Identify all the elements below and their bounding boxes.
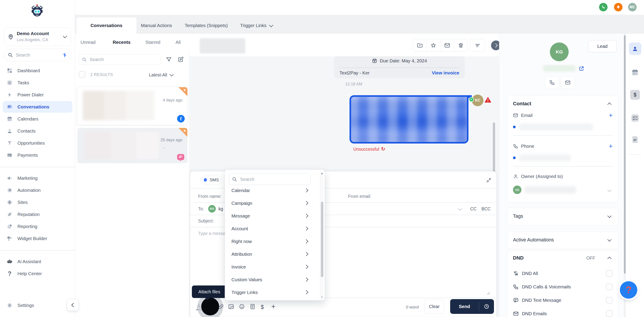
tab-trigger-links[interactable]: Trigger Links [240, 18, 272, 34]
link-icon[interactable] [218, 304, 224, 310]
sidebar-item-dashboard[interactable]: Dashboard [3, 65, 72, 76]
more-tools-icon[interactable]: + [271, 302, 276, 311]
email-contact-button[interactable] [560, 76, 575, 89]
dropdown-item-campaign[interactable]: Campaign [225, 197, 319, 210]
sidebar-item-payments[interactable]: Payments [3, 149, 72, 161]
subtab-unread[interactable]: Unread [80, 34, 96, 51]
recipient-chip[interactable]: kg [218, 206, 223, 212]
sidebar-item-settings[interactable]: Settings [3, 300, 61, 311]
dropdown-item-account[interactable]: Account [225, 222, 319, 235]
resize-handle-icon[interactable] [486, 291, 490, 295]
channel-tab-sms[interactable]: SMS [201, 175, 221, 185]
collapse-section-icon[interactable] [607, 102, 611, 106]
error-warning-icon[interactable] [484, 96, 492, 104]
sort-selector[interactable]: Latest-All [149, 71, 173, 79]
scrollbar-thumb[interactable] [321, 202, 323, 277]
mark-unread-button[interactable] [440, 39, 454, 52]
dropdown-item-right-now[interactable]: Right now [225, 235, 319, 248]
sidebar-collapse-button[interactable] [67, 299, 79, 311]
clear-button[interactable]: Clear [424, 299, 444, 314]
filter-button[interactable] [470, 39, 485, 52]
call-contact-button[interactable] [545, 76, 559, 89]
sidebar-item-conversations[interactable]: Conversations [3, 101, 72, 113]
message-status[interactable]: Unsuccessful ↻ [353, 146, 385, 152]
to-chevron-down-icon[interactable] [458, 206, 462, 210]
add-phone-button[interactable]: + [609, 143, 613, 150]
scrollbar-thumb[interactable] [624, 35, 626, 274]
tab-templates-snippets[interactable]: Templates (Snippets) [185, 18, 228, 34]
sidebar-item-calendars[interactable]: Calendars [3, 113, 72, 125]
dnd-calls-checkbox[interactable] [606, 284, 613, 290]
folder-button[interactable] [413, 39, 427, 52]
dropdown-item-custom-values[interactable]: Custom Values [225, 273, 319, 286]
help-button[interactable]: ? [620, 281, 637, 299]
image-icon[interactable] [228, 304, 234, 310]
subtab-recents[interactable]: Recents [113, 34, 130, 51]
dropdown-item-invoice[interactable]: Invoice [225, 260, 319, 273]
send-button[interactable]: Send [450, 299, 494, 314]
select-all-checkbox[interactable] [79, 71, 86, 78]
scroll-up-arrow-icon[interactable]: ▲ [320, 172, 324, 174]
dnd-text-checkbox[interactable] [606, 297, 613, 304]
ai-bolt-icon[interactable] [62, 52, 68, 58]
notifications-button[interactable] [614, 3, 622, 12]
tab-manual-actions[interactable]: Manual Actions [141, 18, 172, 34]
delete-button[interactable] [454, 39, 468, 52]
sidebar-item-opportunities[interactable]: Opportunities [3, 137, 72, 149]
tags-card[interactable]: Tags [507, 208, 619, 225]
sidebar-search[interactable] [4, 49, 71, 61]
strip-tab-appointments[interactable] [629, 66, 641, 79]
chat-scrollbar[interactable] [493, 122, 495, 172]
dnd-all-checkbox[interactable] [606, 270, 613, 277]
user-avatar[interactable]: MC [628, 3, 636, 12]
dropdown-search-input[interactable] [240, 176, 308, 182]
strip-tab-tasks[interactable] [630, 113, 640, 123]
view-invoice-link[interactable]: View invoice [432, 70, 459, 76]
list-filter-icon[interactable] [166, 56, 172, 62]
subtab-starred[interactable]: Starred [145, 34, 160, 51]
add-email-button[interactable]: + [609, 112, 613, 119]
owner-select[interactable]: CS [513, 184, 613, 196]
contact-panel-scrollbar[interactable] [624, 34, 626, 317]
dropdown-item-attribution[interactable]: Attribution [225, 248, 319, 260]
dropdown-item-trigger-links[interactable]: Trigger Links [225, 286, 319, 299]
cc-button[interactable]: CC [470, 206, 476, 212]
sidebar-item-contacts[interactable]: Contacts [3, 125, 72, 137]
schedule-send-button[interactable] [479, 304, 494, 310]
lead-type-button[interactable]: Lead [588, 40, 616, 52]
sidebar-item-widget-builder[interactable]: Widget Builder [3, 233, 72, 244]
bcc-button[interactable]: BCC [482, 206, 490, 212]
sidebar-item-tasks[interactable]: Tasks [3, 77, 72, 88]
dropdown-item-message[interactable]: Message [225, 210, 319, 222]
call-status-button[interactable] [599, 3, 608, 12]
sidebar-item-automation[interactable]: Automation [3, 184, 72, 196]
sidebar-item-reputation[interactable]: Reputation [3, 208, 72, 220]
strip-tab-contact[interactable] [629, 42, 641, 55]
conversation-card[interactable]: ★ 25 days ago .. [77, 128, 188, 163]
open-contact-icon[interactable] [578, 66, 584, 72]
list-search[interactable] [79, 54, 161, 65]
dnd-emails-checkbox[interactable] [606, 310, 613, 317]
list-search-input[interactable] [89, 57, 158, 62]
minimize-composer-icon[interactable] [486, 177, 492, 183]
compose-icon[interactable] [178, 56, 184, 62]
dropdown-search[interactable] [229, 174, 310, 185]
emoji-icon[interactable] [239, 304, 245, 310]
star-button[interactable] [427, 39, 440, 52]
subtab-all[interactable]: All [176, 34, 181, 51]
active-automations-card[interactable]: Active Automations [507, 232, 619, 249]
sidebar-item-sites[interactable]: Sites [3, 196, 72, 208]
sidebar-item-reporting[interactable]: Reporting [3, 221, 72, 232]
sidebar-search-input[interactable] [16, 52, 60, 58]
sidebar-item-ai-assistant[interactable]: Ai Assistant [3, 256, 72, 267]
strip-tab-payments[interactable]: $ [630, 90, 640, 100]
sidebar-item-marketing[interactable]: Marketing [3, 172, 72, 184]
payment-request-icon[interactable]: $ [261, 304, 264, 310]
template-icon[interactable] [250, 304, 256, 310]
collapse-section-icon[interactable] [607, 257, 611, 261]
phone-value-row[interactable] [513, 154, 571, 161]
email-value-row[interactable] [513, 124, 593, 130]
sidebar-item-help-center[interactable]: ? Help Center [3, 268, 72, 280]
strip-tab-notes[interactable] [630, 134, 640, 144]
tab-conversations[interactable]: Conversations [76, 18, 136, 34]
